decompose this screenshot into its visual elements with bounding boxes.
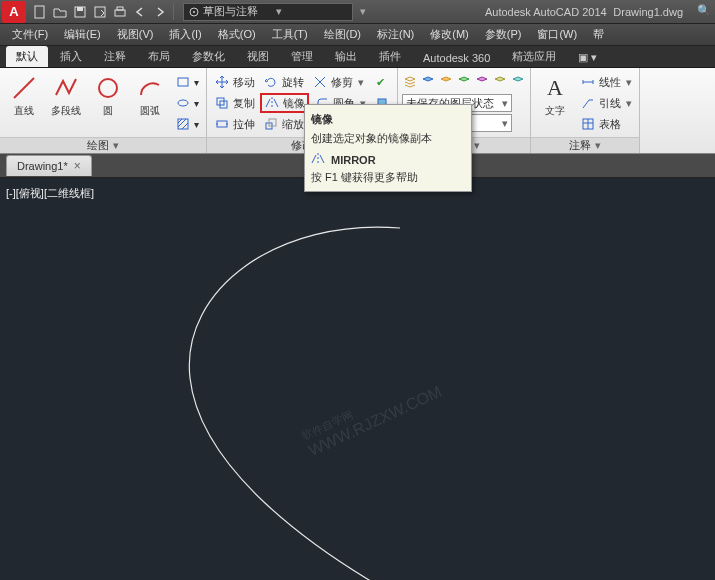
ribbon-tabs: 默认 插入 注释 布局 参数化 视图 管理 输出 插件 Autodesk 360… <box>0 46 715 68</box>
saveas-icon[interactable] <box>91 3 109 21</box>
menu-file[interactable]: 文件(F) <box>6 25 54 44</box>
layer-freeze-icon[interactable] <box>456 74 472 90</box>
tooltip-help: 按 F1 键获得更多帮助 <box>311 169 465 186</box>
menu-format[interactable]: 格式(O) <box>212 25 262 44</box>
quick-access-toolbar: A 草图与注释▾ ▾ Autodesk AutoCAD 2014 Drawing… <box>0 0 715 24</box>
drawing-content <box>0 178 715 580</box>
layer-lock-icon[interactable] <box>474 74 490 90</box>
tooltip-command: MIRROR <box>311 152 465 169</box>
rect-icon[interactable]: ▾ <box>172 72 202 92</box>
tooltip: 镜像 创建选定对象的镜像副本 MIRROR 按 F1 键获得更多帮助 <box>304 104 472 192</box>
svg-rect-5 <box>117 7 123 10</box>
svg-point-11 <box>178 100 188 106</box>
tab-manage[interactable]: 管理 <box>281 46 323 67</box>
text-button[interactable]: A文字 <box>535 72 575 120</box>
leader-button[interactable]: 引线▾ <box>577 93 635 113</box>
menu-bar: 文件(F) 编辑(E) 视图(V) 插入(I) 格式(O) 工具(T) 绘图(D… <box>0 24 715 46</box>
drawing-canvas[interactable]: [-][俯视][二维线框] 软件自学网 WWW.RJZXW.COM <box>0 178 715 580</box>
tab-a360[interactable]: Autodesk 360 <box>413 49 500 67</box>
redo-icon[interactable] <box>151 3 169 21</box>
app-logo[interactable]: A <box>2 1 26 23</box>
trim-button[interactable]: 修剪▾ <box>309 72 367 92</box>
rotate-button[interactable]: 旋转 <box>260 72 307 92</box>
new-icon[interactable] <box>31 3 49 21</box>
polyline-button[interactable]: 多段线 <box>46 72 86 120</box>
tooltip-title: 镜像 <box>311 111 465 128</box>
menu-dimension[interactable]: 标注(N) <box>371 25 420 44</box>
scale-button[interactable]: 缩放 <box>260 114 307 134</box>
svg-rect-4 <box>115 10 125 16</box>
mirror-icon <box>311 152 327 168</box>
svg-rect-16 <box>217 121 227 127</box>
move-button[interactable]: 移动 <box>211 72 258 92</box>
menu-parametric[interactable]: 参数(P) <box>479 25 528 44</box>
layer-match-icon[interactable] <box>492 74 508 90</box>
menu-modify[interactable]: 修改(M) <box>424 25 475 44</box>
layer-iso-icon[interactable] <box>438 74 454 90</box>
svg-rect-0 <box>35 6 44 18</box>
menu-draw[interactable]: 绘图(D) <box>318 25 367 44</box>
tab-featured[interactable]: 精选应用 <box>502 46 566 67</box>
panel-annotate: A文字 线性▾ 引线▾ 表格 注释▾ <box>531 68 640 153</box>
menu-edit[interactable]: 编辑(E) <box>58 25 107 44</box>
menu-help[interactable]: 帮 <box>587 25 610 44</box>
tab-view[interactable]: 视图 <box>237 46 279 67</box>
menu-tools[interactable]: 工具(T) <box>266 25 314 44</box>
undo-icon[interactable] <box>131 3 149 21</box>
tab-layout[interactable]: 布局 <box>138 46 180 67</box>
stretch-button[interactable]: 拉伸 <box>211 114 258 134</box>
arc-button[interactable]: 圆弧 <box>130 72 170 120</box>
search-icon[interactable]: 🔍 <box>697 4 713 20</box>
save-icon[interactable] <box>71 3 89 21</box>
tab-insert[interactable]: 插入 <box>50 46 92 67</box>
svg-line-8 <box>14 78 34 98</box>
linear-dim-button[interactable]: 线性▾ <box>577 72 635 92</box>
svg-rect-2 <box>77 7 83 11</box>
tab-plugins[interactable]: 插件 <box>369 46 411 67</box>
document-tab[interactable]: Drawing1*× <box>6 155 92 176</box>
workspace-selector[interactable]: 草图与注释▾ <box>183 3 353 21</box>
copy-button[interactable]: 复制 <box>211 93 258 113</box>
plot-icon[interactable] <box>111 3 129 21</box>
hatch-icon[interactable]: ▾ <box>172 114 202 134</box>
svg-rect-10 <box>178 78 188 86</box>
mirror-button[interactable]: 镜像 <box>260 93 309 113</box>
layer-prev-icon[interactable] <box>510 74 526 90</box>
tab-home[interactable]: 默认 <box>6 46 48 67</box>
table-button[interactable]: 表格 <box>577 114 635 134</box>
tooltip-description: 创建选定对象的镜像副本 <box>311 130 465 147</box>
ellipse-icon[interactable]: ▾ <box>172 93 202 113</box>
svg-point-7 <box>193 11 195 13</box>
tab-annotate[interactable]: 注释 <box>94 46 136 67</box>
panel-draw: 直线 多段线 圆 圆弧 ▾ ▾ ▾ 绘图▾ <box>0 68 207 153</box>
title-bar: Autodesk AutoCAD 2014 Drawing1.dwg <box>485 5 693 19</box>
open-icon[interactable] <box>51 3 69 21</box>
circle-button[interactable]: 圆 <box>88 72 128 120</box>
menu-window[interactable]: 窗口(W) <box>531 25 583 44</box>
qat-dropdown-icon[interactable]: ▾ <box>354 3 372 21</box>
menu-insert[interactable]: 插入(I) <box>163 25 207 44</box>
menu-view[interactable]: 视图(V) <box>111 25 160 44</box>
check-icon[interactable]: ✔ <box>369 72 391 92</box>
layer-props-icon[interactable] <box>402 74 418 90</box>
tab-parametric[interactable]: 参数化 <box>182 46 235 67</box>
tab-output[interactable]: 输出 <box>325 46 367 67</box>
tab-extra[interactable]: ▣ ▾ <box>568 48 607 67</box>
layer-off-icon[interactable] <box>420 74 436 90</box>
svg-point-9 <box>99 79 117 97</box>
line-button[interactable]: 直线 <box>4 72 44 120</box>
close-tab-icon[interactable]: × <box>74 159 81 173</box>
